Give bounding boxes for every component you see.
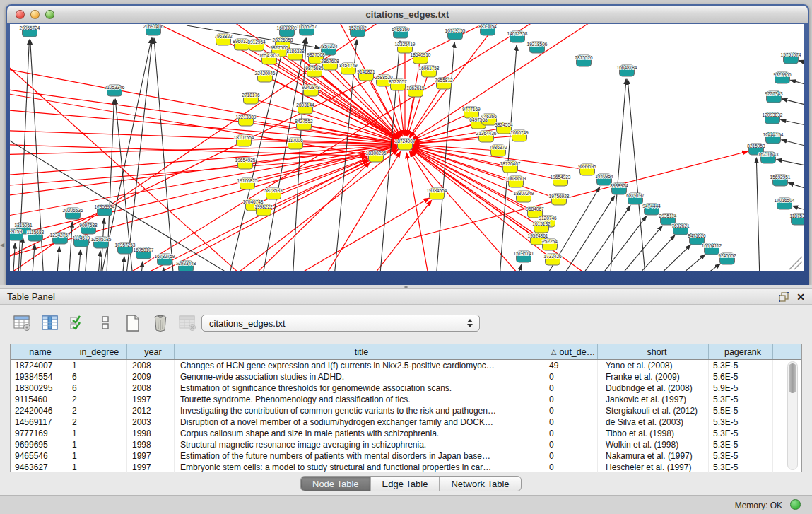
table-selector-dropdown[interactable]: citations_edges.txt [201, 315, 480, 332]
table-cell[interactable]: 1 [66, 462, 127, 473]
network-edge[interactable] [158, 268, 164, 271]
column-header-out_de[interactable]: △out_de… [543, 344, 598, 359]
network-edge[interactable] [583, 226, 662, 271]
table-cell[interactable]: Estimation of the future numbers of pati… [175, 450, 543, 462]
network-edge[interactable] [434, 42, 454, 271]
table-cell[interactable]: Corpus callosum shape and size in male p… [175, 428, 543, 439]
network-edge[interactable] [10, 109, 396, 144]
table-cell[interactable]: 2 [66, 416, 127, 428]
table-cell[interactable]: Changes of HCN gene expression and I(f) … [175, 360, 543, 371]
panel-collapse-arrow[interactable]: ◀ [0, 242, 6, 250]
table-cell[interactable]: 0 [543, 450, 598, 462]
table-cell[interactable]: 2009 [127, 371, 175, 382]
table-cell[interactable]: 9777169 [11, 428, 66, 439]
table-cell[interactable]: 2012 [127, 405, 175, 416]
table-row[interactable]: 946554611997Estimation of the future num… [11, 450, 801, 462]
network-edge[interactable] [75, 250, 81, 271]
column-header-in_degree[interactable]: in_degree [66, 344, 127, 359]
network-edge[interactable] [799, 61, 804, 68]
network-edge[interactable] [628, 79, 648, 271]
scrollbar-thumb[interactable] [789, 363, 796, 393]
network-edge[interactable] [777, 159, 804, 169]
table-cell[interactable]: 14569117 [11, 416, 66, 428]
table-cell[interactable]: Disruption of a novel member of a sodium… [175, 416, 543, 428]
show-hide-columns-button[interactable] [40, 314, 60, 332]
table-cell[interactable]: 1 [66, 428, 127, 439]
network-edge[interactable] [788, 183, 804, 194]
table-cell[interactable]: de Silva et al. (2003) [598, 416, 709, 428]
table-cell[interactable]: 1997 [127, 450, 175, 462]
table-cell[interactable]: 5.3E-5 [709, 416, 773, 428]
table-cell[interactable]: 5.3E-5 [709, 360, 773, 371]
delete-column-button[interactable] [151, 314, 170, 332]
table-cell[interactable]: Nakamura et al. (1997) [598, 450, 709, 462]
table-settings-button[interactable] [13, 314, 33, 332]
table-row[interactable]: 969969511998Structural magnetic resonanc… [11, 439, 801, 450]
table-cell[interactable]: Tourette syndrome. Phenomenology and cla… [175, 394, 543, 405]
table-cell[interactable]: 0 [543, 462, 598, 473]
table-row[interactable]: 911546021997Tourette syndrome. Phenomeno… [11, 394, 801, 405]
table-row[interactable]: 977716911998Corpus callosum shape and si… [11, 428, 801, 439]
network-edge[interactable] [612, 245, 690, 271]
table-cell[interactable]: 2008 [127, 360, 175, 371]
tab-network-table[interactable]: Network Table [440, 477, 520, 491]
table-cell[interactable]: 0 [543, 416, 598, 428]
table-cell[interactable]: Structural magnetic resonance image aver… [175, 439, 543, 450]
network-edge[interactable] [756, 158, 760, 271]
create-column-button[interactable] [123, 314, 143, 332]
table-cell[interactable]: 1 [66, 360, 127, 371]
table-cell[interactable]: 1 [66, 450, 127, 462]
table-row[interactable]: 1456911722003Disruption of a novel membe… [11, 416, 801, 428]
column-header-title[interactable]: title [175, 344, 543, 359]
table-row[interactable]: 1938455462009Genome-wide association stu… [11, 371, 801, 382]
table-cell[interactable]: 2008 [127, 382, 175, 394]
network-edge[interactable] [10, 146, 396, 261]
network-edge[interactable] [349, 200, 432, 271]
close-panel-icon[interactable]: ✕ [796, 291, 805, 303]
network-edge[interactable] [413, 145, 498, 151]
table-cell[interactable]: 0 [543, 405, 598, 416]
table-row[interactable]: 2242004622012Investigating the contribut… [11, 405, 801, 416]
select-rows-button[interactable] [68, 314, 88, 332]
table-cell[interactable]: Genome-wide association studies in ADHD. [175, 371, 543, 382]
table-cell[interactable]: 2 [66, 394, 127, 405]
delete-table-button[interactable] [178, 314, 198, 332]
table-cell[interactable]: 0 [543, 382, 598, 394]
table-cell[interactable]: 9465546 [11, 450, 66, 462]
table-cell[interactable]: Estimation of significance thresholds fo… [175, 382, 543, 394]
network-edge[interactable] [119, 257, 124, 271]
table-cell[interactable]: 22420046 [11, 405, 66, 416]
table-cell[interactable]: 49 [543, 360, 598, 371]
table-cell[interactable]: 5.3E-5 [709, 462, 773, 473]
table-row[interactable]: 1872400712008Changes of HCN gene express… [11, 360, 801, 371]
table-cell[interactable]: Tibbo et al. (1998) [598, 428, 709, 439]
table-cell[interactable]: 6 [66, 371, 127, 382]
network-window-titlebar[interactable]: citations_edges.txt [7, 6, 808, 23]
table-cell[interactable]: 5.3E-5 [709, 428, 773, 439]
tab-edge-table[interactable]: Edge Table [371, 477, 440, 491]
network-edge[interactable] [66, 222, 72, 271]
network-edge[interactable] [791, 80, 804, 89]
network-edge[interactable] [123, 38, 153, 271]
network-edge[interactable] [413, 112, 471, 141]
float-window-icon[interactable] [778, 291, 789, 303]
table-cell[interactable]: 1997 [127, 462, 175, 473]
network-edge[interactable] [406, 151, 748, 240]
network-edge[interactable] [11, 243, 15, 271]
table-cell[interactable]: Investigating the contribution of common… [175, 405, 543, 416]
network-edge[interactable] [222, 40, 285, 271]
table-cell[interactable]: 5.9E-5 [709, 382, 773, 394]
column-header-short[interactable]: short [598, 344, 709, 359]
table-cell[interactable]: Embryonic stem cells: a model to study s… [175, 462, 543, 473]
table-cell[interactable]: 19384554 [11, 371, 66, 382]
table-cell[interactable]: Wolkin et al. (1998) [598, 439, 709, 450]
network-edge[interactable] [154, 38, 176, 271]
network-edge[interactable] [10, 91, 367, 155]
network-edge[interactable] [596, 235, 675, 271]
network-edge[interactable] [782, 140, 804, 150]
table-cell[interactable]: Stergiakouli et al. (2012) [598, 405, 709, 416]
table-cell[interactable]: 18300295 [11, 382, 66, 394]
table-cell[interactable]: 6 [66, 382, 127, 394]
network-canvas[interactable]: 1872400779638228960128891295428226058982… [10, 24, 804, 271]
table-cell[interactable]: 5.3E-5 [709, 450, 773, 462]
